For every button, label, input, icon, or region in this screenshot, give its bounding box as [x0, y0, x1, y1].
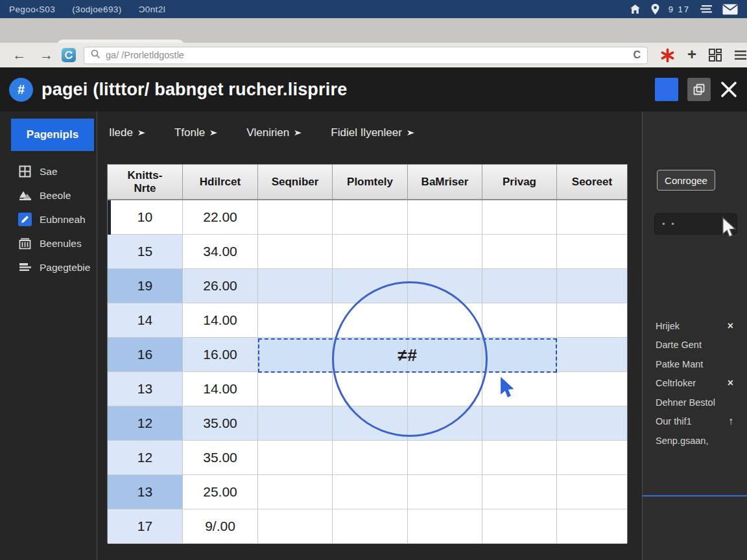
- sidebar-item-beeole[interactable]: Beeole: [0, 183, 97, 207]
- list-item[interactable]: Darte Gent: [643, 336, 747, 355]
- table-cell[interactable]: [557, 200, 627, 234]
- menu-hamburger-icon[interactable]: [734, 50, 747, 60]
- table-cell[interactable]: [408, 406, 482, 440]
- table-cell[interactable]: [482, 406, 557, 440]
- table-cell[interactable]: [333, 303, 408, 337]
- close-icon[interactable]: [720, 80, 738, 99]
- reload-button[interactable]: C: [633, 49, 641, 61]
- forward-button[interactable]: →: [39, 47, 54, 63]
- conrogee-button[interactable]: Conrogee: [657, 170, 715, 191]
- table-cell[interactable]: [258, 200, 333, 234]
- blue-square-button[interactable]: [655, 78, 678, 101]
- table-cell[interactable]: [557, 475, 627, 509]
- table-cell[interactable]: [258, 372, 333, 406]
- app-launcher-icon[interactable]: [62, 48, 76, 62]
- table-cell[interactable]: [333, 441, 408, 474]
- table-cell[interactable]: 10: [108, 200, 183, 234]
- add-button[interactable]: +: [687, 45, 696, 64]
- table-cell[interactable]: [557, 509, 627, 543]
- table-cell[interactable]: [557, 372, 627, 406]
- table-cell[interactable]: [482, 303, 557, 337]
- system-menu-item[interactable]: (3odjoe693): [72, 5, 121, 14]
- table-cell[interactable]: [333, 269, 408, 303]
- url-bar[interactable]: ga/ /Prorletldgostle C: [84, 47, 648, 64]
- column-header[interactable]: Seoreet: [557, 165, 627, 199]
- sidebar-item-sae[interactable]: Sae: [0, 159, 97, 183]
- close-icon[interactable]: ×: [724, 320, 733, 332]
- table-cell[interactable]: [482, 235, 557, 268]
- table-cell[interactable]: [557, 338, 627, 371]
- column-header[interactable]: Plomtely: [333, 165, 408, 199]
- table-cell[interactable]: [557, 269, 627, 303]
- table-cell[interactable]: 26.00: [183, 269, 258, 303]
- list-item[interactable]: Senp.gsaan,: [643, 431, 747, 450]
- menu-fidiel-ilyenleer[interactable]: Fidiel Ilyenleer: [331, 126, 415, 139]
- table-cell[interactable]: [557, 441, 627, 474]
- column-header[interactable]: Hdilrcet: [183, 165, 258, 199]
- table-cell[interactable]: [258, 269, 333, 303]
- table-cell[interactable]: [408, 303, 482, 337]
- table-cell[interactable]: [482, 200, 557, 234]
- table-cell[interactable]: [408, 269, 482, 303]
- table-cell[interactable]: [333, 475, 408, 509]
- table-cell[interactable]: 9/.00: [183, 509, 258, 543]
- table-cell[interactable]: 19: [108, 269, 183, 303]
- column-header[interactable]: BaMriser: [408, 165, 482, 199]
- bookmark-asterisk-icon[interactable]: [660, 48, 675, 63]
- system-menu-item[interactable]: Ɔ0nt2l: [139, 5, 165, 14]
- lines-icon[interactable]: [700, 5, 712, 14]
- list-item[interactable]: Celtrloker ×: [643, 374, 747, 393]
- table-cell[interactable]: [408, 509, 482, 543]
- table-cell[interactable]: 15: [108, 235, 183, 268]
- table-cell[interactable]: 25.00: [183, 475, 258, 509]
- table-cell[interactable]: [482, 509, 557, 543]
- table-cell[interactable]: [258, 475, 333, 509]
- table-cell[interactable]: 22.00: [183, 200, 258, 234]
- column-header[interactable]: Seqniber: [258, 165, 333, 199]
- system-menu-item[interactable]: Pegoo‹S03: [9, 5, 55, 14]
- table-cell[interactable]: 16: [108, 338, 183, 371]
- text-field-input[interactable]: [655, 214, 737, 234]
- table-cell[interactable]: [258, 406, 333, 440]
- close-icon[interactable]: ×: [724, 377, 733, 389]
- table-cell[interactable]: [557, 303, 627, 337]
- table-cell[interactable]: 14: [108, 303, 183, 337]
- menu-vlenirien[interactable]: Vlenirien: [246, 126, 302, 139]
- table-cell[interactable]: [333, 372, 408, 406]
- list-item[interactable]: Patke Mant: [643, 355, 747, 374]
- table-cell[interactable]: 34.00: [183, 235, 258, 268]
- list-item[interactable]: Hrijek ×: [643, 316, 747, 336]
- table-cell[interactable]: 12: [108, 441, 183, 474]
- table-cell[interactable]: [258, 509, 333, 543]
- list-item[interactable]: Dehner Bestol: [643, 393, 747, 412]
- table-cell[interactable]: 14.00: [183, 303, 258, 337]
- table-cell[interactable]: [408, 200, 482, 234]
- table-cell[interactable]: [333, 235, 408, 268]
- table-cell[interactable]: [408, 372, 482, 406]
- table-cell[interactable]: [258, 235, 333, 268]
- table-cell[interactable]: [408, 475, 482, 509]
- sidebar-primary-button[interactable]: Pagenipls: [11, 119, 94, 151]
- selected-cell-range[interactable]: ≠#: [258, 338, 557, 373]
- table-cell[interactable]: [557, 235, 627, 268]
- grid-layout-icon[interactable]: [709, 49, 722, 62]
- table-cell[interactable]: [333, 509, 408, 543]
- column-header[interactable]: Knitts- Nrte: [108, 165, 183, 199]
- sidebar-item-eubnneah[interactable]: Eubnneah: [0, 207, 97, 231]
- copy-layers-button[interactable]: [687, 78, 711, 101]
- table-cell[interactable]: 16.00: [183, 338, 258, 371]
- back-button[interactable]: ←: [12, 47, 27, 63]
- table-cell[interactable]: [482, 475, 557, 509]
- table-cell[interactable]: [482, 441, 557, 474]
- table-cell[interactable]: [333, 406, 408, 440]
- table-cell[interactable]: [482, 372, 557, 406]
- table-cell[interactable]: 12: [108, 406, 183, 440]
- menu-ilede[interactable]: Ilede: [109, 126, 146, 139]
- table-cell[interactable]: 35.00: [183, 441, 258, 474]
- table-cell[interactable]: [333, 200, 408, 234]
- table-cell[interactable]: 14.00: [183, 372, 258, 406]
- table-cell[interactable]: [258, 303, 333, 337]
- table-cell[interactable]: 17: [108, 509, 183, 543]
- sidebar-item-beenules[interactable]: Beenules: [0, 231, 97, 255]
- home-icon[interactable]: [630, 4, 641, 14]
